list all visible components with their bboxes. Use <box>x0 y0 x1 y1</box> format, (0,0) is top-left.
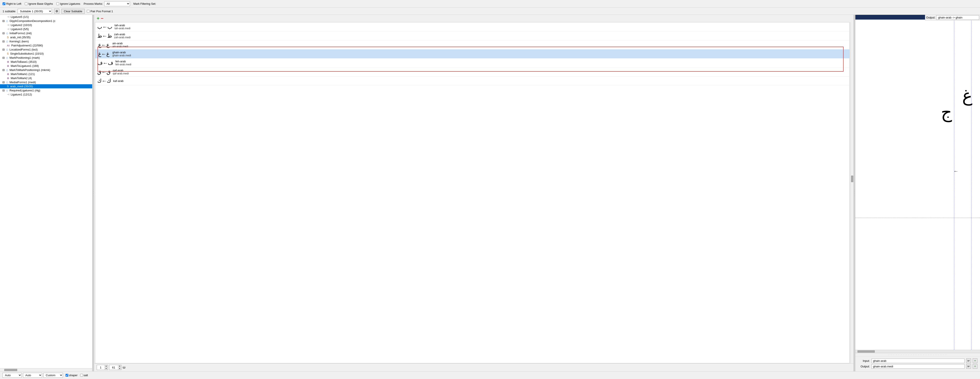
expand-icon[interactable]: ⊟ <box>2 89 5 92</box>
expand-icon[interactable]: ⊟ <box>2 48 5 51</box>
shaper-label: shaper <box>69 374 78 377</box>
glyph-item-tah-arab[interactable]: ب←ب tah-arab tah-arab.medi <box>95 22 850 31</box>
mark-filtering-label: Mark Filtering Set: <box>134 2 156 5</box>
output-add-btn[interactable]: + <box>973 364 977 369</box>
glyph-preview: ق←ق <box>97 69 111 75</box>
expand-icon[interactable]: ⊟ <box>2 68 5 72</box>
tree-item-label: Ligature2 (10/10) <box>11 24 32 27</box>
ignore-base-glyphs-checkbox[interactable] <box>25 2 27 5</box>
page-spinner[interactable]: ▲ ▼ <box>97 365 108 370</box>
glyph-item-ain-arab[interactable]: ع←ع ain-arab ain-arab.medi <box>95 40 850 49</box>
input-field[interactable] <box>872 358 964 363</box>
tree-item-medialforms[interactable]: ⊟ ◇ MedialForms1 (medi) <box>0 80 92 84</box>
omega-icon[interactable]: ω <box>123 365 126 369</box>
tree-item-markpos[interactable]: ⊟ ◇ MarkPositioning1 (mark) <box>0 56 92 60</box>
count-down-button[interactable]: ▼ <box>118 367 121 370</box>
pair-pos-checkbox[interactable] <box>87 10 90 13</box>
tree-item-ligature3[interactable]: ⊣ Ligature3 (5/5) <box>0 27 92 31</box>
page-down-button[interactable]: ▼ <box>105 367 108 370</box>
tree-item-arabmedi[interactable]: S arab_medi (35/35) <box>0 84 92 88</box>
glyph-name1: ain-arab <box>112 42 128 45</box>
preview-scrollbar-h[interactable] <box>855 350 980 353</box>
bottom-dropdown-2[interactable]: Auto Manual <box>23 373 42 378</box>
glyph-list-scrollbar[interactable] <box>850 22 853 363</box>
tree-item-initialforms[interactable]: ⊟ ◇ InitialForms1 (init) <box>0 31 92 35</box>
tree-item-kerning[interactable]: ⊟ ◇ Kerning1 (kern) <box>0 39 92 43</box>
right-to-left-checkbox-label[interactable]: Right to Left <box>3 2 21 5</box>
ignore-ligatures-checkbox-label[interactable]: Ignore Ligatures <box>56 2 80 5</box>
glyph-names: qaf-arab qaf-arab.medi <box>113 69 129 75</box>
output-glyph-btn[interactable]: bc <box>966 364 971 369</box>
glyph-item-kaf-arab[interactable]: ك←ك kaf-arab <box>95 76 850 85</box>
glyph-preview-area: Output: ghain-arab -> ghain 418 563 <box>855 15 980 353</box>
subtable-select[interactable]: Subtable 1 (35/35) <box>18 9 52 14</box>
expand-icon[interactable]: ⊟ <box>2 19 5 22</box>
salt-label: salt <box>84 374 88 377</box>
input-add-btn[interactable]: + <box>973 358 977 363</box>
sub-icon: S <box>7 36 9 39</box>
glyph-item-feh-arab[interactable]: ف←ف feh-arab feh-arab.medi <box>95 59 850 67</box>
glyph-name1: tah-arab <box>115 24 130 27</box>
group-icon: ◇ <box>6 32 8 35</box>
shaper-checkbox[interactable] <box>65 374 68 377</box>
io-fields: Input: bc + Output: bc + <box>855 357 980 371</box>
add-button[interactable]: + <box>97 16 99 21</box>
page-up-button[interactable]: ▲ <box>105 365 108 367</box>
tree-scrollbar-thumb[interactable] <box>4 369 17 371</box>
glyph-item-zah-arab[interactable]: ظ←ظ zah-arab zah-arab.medi <box>95 31 850 40</box>
salt-checkbox[interactable] <box>80 374 83 377</box>
expand-icon[interactable]: ⊟ <box>2 56 5 59</box>
tree-item-marktomark2[interactable]: ⊕ MarkToMark2 (4) <box>0 76 92 80</box>
pair-pos-label[interactable]: Pair Pos Format 1 <box>87 10 113 13</box>
input-glyph-btn[interactable]: bc <box>966 358 971 363</box>
count-input[interactable] <box>109 365 118 369</box>
left-panel: ⊣ Ligature5 (1/1) ⊟ ◇ GlyphCompositionDe… <box>0 15 92 371</box>
process-marks-select[interactable]: All None Custom <box>104 1 130 6</box>
glyph-name1: ghain-arab <box>112 51 131 54</box>
preview-glyph-1: ج <box>941 102 952 122</box>
tree-item-label: PairAdjustment1 (22/590) <box>11 44 43 47</box>
expand-icon[interactable]: ⊟ <box>2 40 5 43</box>
ignore-ligatures-checkbox[interactable] <box>56 2 59 5</box>
tree-item-marktomark[interactable]: ⊟ ◇ MarkToMarkPositioning1 (mkmk) <box>0 68 92 72</box>
tree-item-singlesub[interactable]: S SingleSubstitution1 (10/10) <box>0 52 92 56</box>
scrollbar-thumb-v[interactable] <box>851 176 853 182</box>
output-field[interactable] <box>872 364 964 369</box>
tree-item-reqlig[interactable]: ⊟ ◇ RequiredLigatures1 (rlig) <box>0 88 92 92</box>
tree-item-marktomark1[interactable]: ⊕ MarkToMark1 (121) <box>0 72 92 76</box>
count-up-button[interactable]: ▲ <box>118 365 121 367</box>
glyph-name1: zah-arab <box>114 33 130 36</box>
tree-item-ligature1[interactable]: ⊣ Ligature1 (12/12) <box>0 92 92 97</box>
bottom-dropdown-3[interactable]: Custom Default <box>43 373 63 378</box>
tree-item-localizedforms[interactable]: ⊟ ◇ LocalizedForms1 (locl) <box>0 48 92 52</box>
tree-scrollbar-h[interactable] <box>0 368 92 371</box>
tree-item-arabinit[interactable]: S arab_init (35/35) <box>0 35 92 39</box>
ignore-base-glyphs-checkbox-label[interactable]: Ignore Base Glyphs <box>25 2 53 5</box>
tree-item-ligature5[interactable]: ⊣ Ligature5 (1/1) <box>0 15 92 19</box>
middle-separator[interactable]: · · · · <box>854 15 855 371</box>
preview-thumb-h[interactable] <box>858 350 875 353</box>
glyph-list[interactable]: ب←ب tah-arab tah-arab.medi ظ←ظ zah-arab <box>95 22 850 363</box>
tree-item-glyphcomp[interactable]: ⊟ ◇ GlyphCompositionDecomposition1 (c <box>0 19 92 23</box>
tree-item-marktolig[interactable]: ⊕ MarkToLigature1 (169) <box>0 64 92 68</box>
glyph-item-ghain-arab[interactable]: غ←غ ghain-arab ghain-arab.medi <box>95 49 850 59</box>
tree-item-pairadjustment[interactable]: AV PairAdjustment1 (22/590) <box>0 43 92 48</box>
clear-subtable-button[interactable]: Clear Subtable <box>62 9 85 14</box>
right-to-left-checkbox[interactable] <box>3 2 5 5</box>
count-spinner[interactable]: ▲ ▼ <box>109 365 121 370</box>
salt-checkbox-label[interactable]: salt <box>80 374 88 377</box>
glyph-item-qaf-arab[interactable]: ق←ق qaf-arab qaf-arab.medi <box>95 67 850 76</box>
tree-item-marktobase[interactable]: ⊕ MarkToBase1 (3510) <box>0 60 92 64</box>
expand-icon[interactable]: ⊟ <box>2 81 5 84</box>
page-spinner-btns: ▲ ▼ <box>104 365 108 370</box>
tree-container: ⊣ Ligature5 (1/1) ⊟ ◇ GlyphCompositionDe… <box>0 15 92 368</box>
gear-button[interactable]: ⚙ <box>54 9 59 14</box>
left-separator[interactable]: · · · · <box>92 15 94 371</box>
shaper-checkbox-label[interactable]: shaper <box>65 374 78 377</box>
tree-item-ligature2[interactable]: ⊣ Ligature2 (10/10) <box>0 23 92 27</box>
page-input[interactable] <box>97 365 104 369</box>
remove-button[interactable]: − <box>101 16 103 21</box>
expand-icon[interactable]: ⊟ <box>2 32 5 35</box>
glyph-names: ain-arab ain-arab.medi <box>112 42 128 48</box>
bottom-dropdown-1[interactable]: Auto Manual <box>3 373 22 378</box>
